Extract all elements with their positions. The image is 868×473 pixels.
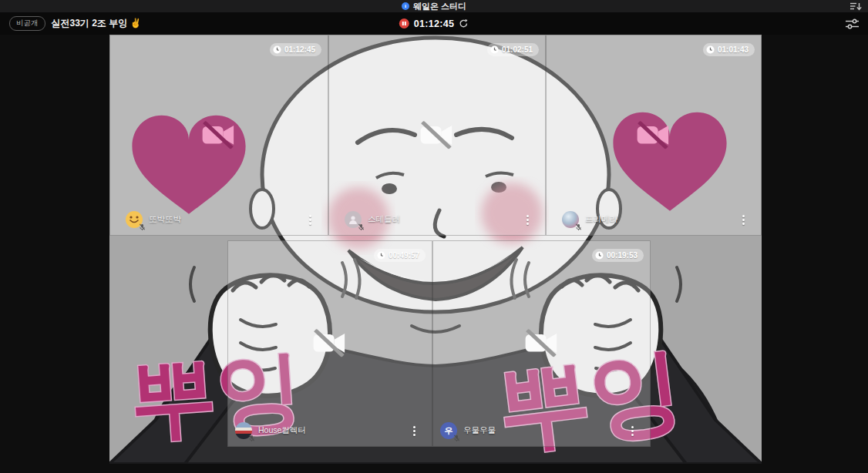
privacy-badge: 비공개 bbox=[9, 16, 45, 31]
study-timer-value: 00:49:57 bbox=[389, 251, 419, 260]
participant-tile[interactable]: 00:19:53 우 우물우물 bbox=[432, 240, 651, 447]
avatar bbox=[235, 422, 252, 439]
avatar-initial: 우 bbox=[445, 425, 453, 437]
participant-tile[interactable]: 01:12:45 또박또박 bbox=[109, 35, 328, 236]
camera-off-icon bbox=[419, 121, 455, 149]
filters-icon[interactable] bbox=[846, 18, 859, 29]
avatar bbox=[345, 211, 362, 228]
study-timer-value: 01:02:51 bbox=[502, 45, 533, 54]
camera-off-icon bbox=[201, 121, 237, 149]
window-title: i 웨일온 스터디 bbox=[402, 1, 466, 12]
mic-muted-badge-icon bbox=[139, 223, 146, 230]
mic-muted-badge-icon bbox=[575, 223, 582, 230]
avatar bbox=[126, 211, 143, 228]
participant-name: 스테들러 bbox=[368, 214, 400, 225]
heart-image bbox=[608, 100, 732, 216]
participant-name-row: 스테들러 bbox=[345, 211, 400, 228]
participant-name-row: 프리메라 bbox=[562, 211, 617, 228]
participant-name-row: House컬렉터 bbox=[235, 422, 306, 439]
session-timer-value: 01:12:45 bbox=[414, 18, 454, 29]
more-options-button[interactable] bbox=[741, 212, 746, 228]
study-timer-badge: 01:02:51 bbox=[487, 43, 539, 56]
study-timer-badge: 01:01:43 bbox=[703, 43, 755, 56]
refresh-icon[interactable] bbox=[459, 18, 469, 29]
camera-off-icon bbox=[636, 121, 671, 149]
participant-name: House컬렉터 bbox=[258, 425, 306, 436]
pause-icon[interactable] bbox=[399, 18, 409, 29]
study-timer-badge: 01:12:45 bbox=[270, 43, 321, 56]
more-options-button[interactable] bbox=[412, 423, 417, 439]
more-options-button[interactable] bbox=[308, 212, 313, 228]
participant-name-row: 또박또박 bbox=[126, 211, 181, 228]
participant-name: 또박또박 bbox=[149, 214, 181, 225]
participant-name: 우물우물 bbox=[463, 425, 496, 436]
camera-off-icon bbox=[312, 329, 348, 357]
more-options-button[interactable] bbox=[525, 212, 530, 228]
session-timer-group: 01:12:45 bbox=[399, 12, 469, 35]
clock-icon bbox=[377, 251, 385, 260]
participant-name: 프리메라 bbox=[585, 214, 617, 225]
avatar: 우 bbox=[440, 422, 457, 439]
clock-icon bbox=[273, 45, 281, 54]
participant-tile[interactable]: 00:49:57 House컬렉터 bbox=[227, 240, 432, 447]
clock-icon bbox=[706, 45, 715, 54]
mic-muted-badge-icon bbox=[358, 223, 365, 230]
clock-icon bbox=[595, 251, 604, 260]
participant-tile[interactable]: 01:02:51 스테들러 bbox=[328, 35, 546, 236]
more-options-button[interactable] bbox=[630, 423, 635, 439]
participant-name-row: 우 우물우물 bbox=[440, 422, 496, 439]
camera-off-icon bbox=[524, 329, 560, 357]
study-timer-badge: 00:49:57 bbox=[374, 249, 426, 262]
clock-icon bbox=[490, 45, 499, 54]
app-logo-icon: i bbox=[402, 2, 409, 10]
participant-tile[interactable]: 01:01:43 프리메라 bbox=[546, 35, 762, 236]
study-timer-value: 01:12:45 bbox=[284, 45, 315, 54]
mic-muted-badge-icon bbox=[248, 434, 255, 441]
person-silhouette-icon bbox=[348, 214, 358, 225]
study-timer-badge: 00:19:53 bbox=[592, 249, 644, 262]
study-timer-value: 00:19:53 bbox=[607, 251, 638, 260]
room-toolbar: 비공개 실전33기 2조 부잉 ✌️ 01:12:45 bbox=[0, 12, 868, 35]
mic-muted-badge-icon bbox=[453, 434, 460, 441]
video-grid-stage: 뿌잉 뿌잉 01:12:45 bbox=[0, 35, 868, 473]
window-title-text: 웨일온 스터디 bbox=[413, 1, 466, 12]
window-title-bar: i 웨일온 스터디 bbox=[0, 0, 868, 12]
sort-list-icon[interactable] bbox=[850, 2, 862, 11]
study-timer-value: 01:01:43 bbox=[718, 45, 749, 54]
room-title: 실전33기 2조 부잉 ✌️ bbox=[52, 17, 142, 30]
avatar bbox=[562, 211, 579, 228]
